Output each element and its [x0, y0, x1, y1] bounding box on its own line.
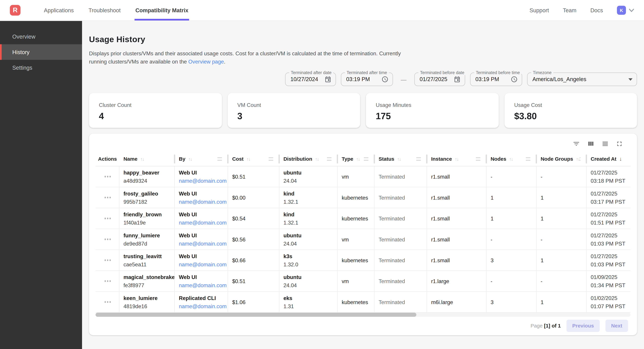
fullscreen-icon[interactable] [616, 140, 623, 148]
avatar[interactable]: K [617, 6, 626, 15]
row-actions-button[interactable] [104, 237, 112, 242]
dot-icon [110, 197, 111, 198]
row-actions-button[interactable] [104, 258, 112, 263]
cell-instance: r1.small [427, 208, 486, 229]
timezone-value: America/Los_Angeles [532, 76, 586, 82]
distribution-name: ubuntu [283, 169, 334, 176]
calendar-icon[interactable] [324, 76, 332, 83]
row-actions-button[interactable] [104, 216, 112, 221]
sidebar-item-history[interactable]: History [0, 44, 82, 60]
terminated-before-time-label: Terminated before time [474, 70, 522, 75]
column-header-node_groups[interactable]: Node Groups↑↓ [536, 152, 586, 166]
clock-icon[interactable] [511, 76, 518, 83]
column-label: Status [378, 156, 394, 162]
tab-compatibility-matrix[interactable]: Compatibility Matrix [134, 0, 189, 20]
created-time: 03:17 PM PST [591, 199, 627, 205]
column-resize-handle[interactable] [580, 157, 580, 160]
row-actions-button[interactable] [104, 174, 112, 179]
dot-icon [107, 260, 108, 261]
stat-card-usage-cost: Usage Cost $3.80 [504, 93, 637, 128]
terminated-after-time-field[interactable]: Terminated after time 03:19 PM [341, 72, 393, 86]
created-date: 01/27/2025 [591, 211, 627, 217]
column-header-nodes[interactable]: Nodes↑↓ [486, 152, 536, 166]
terminated-after-date-field[interactable]: Terminated after date 10/27/2024 [285, 72, 336, 86]
terminated-before-time-value: 03:19 PM [476, 76, 499, 82]
email-link[interactable]: name@domain.com [179, 199, 224, 205]
cell-actions [96, 187, 119, 208]
density-icon[interactable] [601, 140, 608, 148]
account-menu[interactable]: K [617, 6, 634, 15]
previous-button[interactable]: Previous [566, 320, 600, 332]
column-resize-handle[interactable] [364, 157, 368, 160]
cluster-name: friendly_brown [124, 211, 171, 217]
next-button[interactable]: Next [605, 320, 628, 332]
dot-icon [110, 176, 111, 177]
column-header-type[interactable]: Type↑↓ [338, 152, 374, 166]
column-resize-handle[interactable] [327, 157, 332, 160]
terminated-before-date-field[interactable]: Terminated before date 01/27/2025 [414, 72, 465, 86]
column-header-instance[interactable]: Instance↑↓ [427, 152, 486, 166]
dot-icon [107, 176, 108, 177]
stat-value: 175 [376, 111, 489, 122]
created-date: 01/27/2025 [591, 190, 627, 197]
replicated-logo[interactable]: R [10, 5, 20, 15]
row-actions-button[interactable] [104, 279, 112, 284]
stat-label: Usage Minutes [376, 102, 489, 108]
cell-cost: $0.66 [228, 250, 279, 271]
scrollbar-thumb[interactable] [96, 313, 416, 317]
page-indicator: Page [1] of 1 [530, 323, 561, 329]
column-header-cost[interactable]: Cost↑↓ [228, 152, 279, 166]
email-link[interactable]: name@domain.com [179, 240, 224, 247]
dot-icon [104, 260, 106, 261]
column-resize-handle[interactable] [476, 157, 480, 160]
docs-link[interactable]: Docs [590, 7, 603, 13]
sort-icons: ↑↓ [397, 156, 401, 161]
timezone-select[interactable]: Timezone America/Los_Angeles [527, 72, 637, 86]
sidebar: Overview History Settings [0, 21, 82, 349]
email-link[interactable]: name@domain.com [179, 282, 224, 288]
page-title: Usage History [89, 35, 637, 44]
column-header-status[interactable]: Status↑↓ [374, 152, 427, 166]
email-link[interactable]: name@domain.com [179, 303, 224, 309]
distribution-name: ubuntu [283, 274, 334, 280]
column-label: Actions [98, 156, 117, 162]
row-actions-button[interactable] [104, 195, 112, 200]
cell-actions [96, 292, 119, 312]
status-badge: Terminated [378, 278, 423, 284]
email-link[interactable]: name@domain.com [179, 219, 224, 226]
column-resize-handle[interactable] [416, 157, 421, 160]
tab-troubleshoot[interactable]: Troubleshoot [88, 0, 122, 20]
columns-icon[interactable] [587, 140, 594, 148]
column-resize-handle[interactable] [526, 157, 530, 160]
column-header-by[interactable]: By↑↓ [175, 152, 228, 166]
tab-applications[interactable]: Applications [43, 0, 74, 20]
cell-type: vm [338, 166, 374, 187]
team-link[interactable]: Team [563, 7, 576, 13]
row-actions-button[interactable] [104, 300, 112, 305]
dot-icon [107, 280, 108, 282]
distribution-version: 24.04 [283, 178, 334, 184]
status-badge: Terminated [378, 236, 423, 243]
column-header-distribution[interactable]: Distribution↑↓ [279, 152, 338, 166]
clock-icon[interactable] [382, 76, 388, 83]
table-header-row: ActionsName↑↓By↑↓Cost↑↓Distribution↑↓Typ… [96, 152, 630, 166]
column-resize-handle[interactable] [218, 157, 222, 160]
email-link[interactable]: name@domain.com [179, 261, 224, 267]
calendar-icon[interactable] [454, 76, 460, 83]
overview-page-link[interactable]: Overview page [188, 58, 224, 64]
terminated-before-time-field[interactable]: Terminated before time 03:19 PM [470, 72, 522, 86]
sidebar-item-settings[interactable]: Settings [0, 60, 82, 75]
chevron-down-icon[interactable] [629, 8, 634, 12]
support-link[interactable]: Support [530, 7, 549, 13]
email-link[interactable]: name@domain.com [179, 178, 224, 184]
column-header-name[interactable]: Name↑↓ [119, 152, 175, 166]
dot-icon [104, 218, 106, 219]
sidebar-item-overview[interactable]: Overview [0, 29, 82, 44]
cluster-name: magical_stonebraker [124, 274, 171, 280]
distribution-name: k3s [283, 253, 334, 259]
cell-instance: r1.large [427, 271, 486, 291]
filter-icon[interactable] [572, 140, 580, 148]
column-resize-handle[interactable] [269, 157, 273, 160]
horizontal-scrollbar[interactable] [96, 313, 630, 317]
cluster-name: frosty_galileo [124, 190, 171, 197]
